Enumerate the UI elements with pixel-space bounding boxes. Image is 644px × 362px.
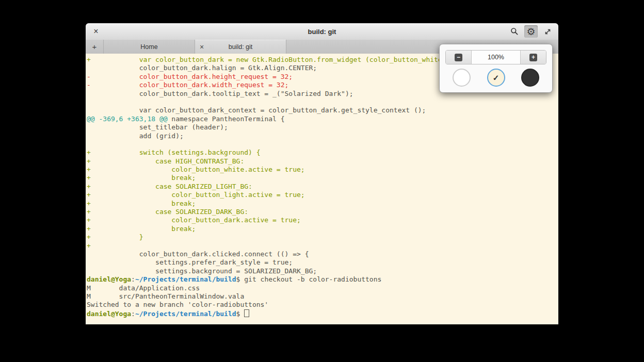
zoom-out-button[interactable]: − [446,51,471,64]
terminal-text: settings.prefer_dark_style = true; [87,258,293,266]
terminal-text: M data/Application.css [87,284,200,292]
zoom-out-icon: − [455,54,462,61]
fullscreen-icon [544,28,552,36]
tab-label: build: git [229,43,253,51]
terminal-text: + color_button_light.active = true; [87,191,305,199]
terminal-text: namespace PantheonTerminal { [168,115,285,123]
terminal-line: + } [87,233,558,241]
tab-build-git[interactable]: × build: git [195,40,286,54]
desktop-background: { "window": { "title": "build: git", "cl… [0,0,644,362]
terminal-line: var color_button_dark_context = color_bu… [87,106,558,114]
zoom-in-button[interactable]: + [521,51,546,64]
terminal-text: set_titlebar (header); [87,123,228,131]
terminal-line: + case SOLARIZED_LIGHT_BG: [87,183,558,191]
terminal-line: color_button_dark.clicked.connect (() =>… [87,250,558,258]
terminal-text: + case SOLARIZED_LIGHT_BG: [87,183,252,190]
terminal-text: + break; [87,225,196,233]
terminal-text: @@ -369,6 +363,18 @@ [87,115,168,123]
terminal-output[interactable]: + var color_button_dark = new Gtk.RadioB… [86,54,558,324]
terminal-line: + switch (settings.background) { [87,149,558,157]
terminal-text: M src/PantheonTerminalWindow.vala [87,292,244,300]
terminal-line: + break; [87,200,558,208]
tab-close-button[interactable]: × [200,43,204,51]
terminal-line: + color_button_dark.active = true; [87,216,558,224]
terminal-line: + [87,242,558,250]
titlebar[interactable]: × build: git ⚙ [86,23,558,40]
settings-popover: − 100% + ✓ [439,44,553,93]
terminal-text: color_button_dark.halign = Gtk.Align.CEN… [87,64,317,72]
terminal-line: @@ -369,6 +363,18 @@ namespace PantheonT… [87,115,558,123]
terminal-cursor [244,309,249,317]
terminal-line: M data/Application.css [87,284,558,292]
terminal-text: + break; [87,174,196,182]
terminal-line [87,140,558,149]
terminal-text: + color_button_dark.active = true; [87,216,301,224]
search-icon [510,27,519,36]
close-icon: × [200,43,204,51]
terminal-text: $ [236,310,245,318]
terminal-line: + color_button_light.active = true; [87,191,558,199]
terminal-text: + case HIGH_CONTRAST_BG: [87,157,244,165]
terminal-text: + } [87,233,143,241]
terminal-text: ~/Projects/terminal/build [135,310,236,318]
terminal-line: settings.background = SOLARIZED_DARK_BG; [87,267,558,275]
terminal-line: + color_button_white.active = true; [87,166,558,174]
terminal-text: color_button_dark.clicked.connect (() =>… [87,250,309,258]
terminal-text: + case SOLARIZED_DARK_BG: [87,208,248,216]
terminal-line: + case HIGH_CONTRAST_BG: [87,157,558,166]
titlebar-actions: ⚙ [508,23,554,40]
terminal-text: var color_button_dark_context = color_bu… [87,106,426,114]
theme-solarized-light-button[interactable]: ✓ [487,69,505,87]
terminal-text: $ git checkout -b color-radiobuttons [236,275,382,283]
terminal-line [87,98,558,106]
terminal-text: : [131,310,135,318]
close-icon: × [93,27,98,36]
theme-selector: ✓ [440,69,552,87]
terminal-line: + case SOLARIZED_DARK_BG: [87,208,558,216]
terminal-line: Switched to a new branch 'color-radiobut… [87,301,558,309]
terminal-line: add (grid); [87,132,558,140]
terminal-text: color_button_dark.tooltip_text = _("Sola… [87,90,353,97]
terminal-text: + var color_button_dark = new Gtk.RadioB… [87,56,450,63]
terminal-text: add (grid); [87,132,184,140]
fullscreen-button[interactable] [541,25,554,38]
tab-label: Home [140,43,157,51]
tab-home[interactable]: Home [104,40,195,54]
terminal-text: ~/Projects/terminal/build [135,275,236,283]
terminal-line: daniel@Yoga:~/Projects/terminal/build$ [87,309,558,318]
terminal-line: daniel@Yoga:~/Projects/terminal/build$ g… [87,275,558,284]
window-title: build: git [86,23,558,40]
zoom-control: − 100% + [445,50,546,64]
terminal-text: + [87,242,91,250]
zoom-level: 100% [471,51,521,64]
terminal-text: + break; [87,200,196,207]
terminal-text: - color_button_dark.height_request = 32; [87,73,293,80]
zoom-in-icon: + [529,54,537,61]
terminal-text: + color_button_white.active = true; [87,166,305,173]
terminal-text: daniel@Yoga [87,275,131,283]
terminal-text: - color_button_dark.width_request = 32; [87,81,288,89]
terminal-text: Switched to a new branch 'color-radiobut… [87,301,268,308]
new-tab-button[interactable]: + [86,40,104,54]
terminal-text: daniel@Yoga [87,310,131,318]
check-icon: ✓ [493,73,500,83]
window-close-button[interactable]: × [91,26,101,37]
terminal-line: M src/PantheonTerminalWindow.vala [87,292,558,301]
terminal-text: settings.background = SOLARIZED_DARK_BG; [87,267,317,275]
settings-button[interactable]: ⚙ [524,25,538,38]
terminal-line: + break; [87,225,558,233]
plus-icon: + [92,42,97,51]
terminal-line: + break; [87,174,558,182]
terminal-line: set_titlebar (header); [87,123,558,131]
search-button[interactable] [508,25,521,38]
theme-high-contrast-button[interactable] [453,69,471,87]
gear-icon: ⚙ [526,27,535,37]
terminal-text: : [131,275,135,283]
theme-solarized-dark-button[interactable] [521,69,539,87]
terminal-text: + switch (settings.background) { [87,149,261,156]
terminal-line: settings.prefer_dark_style = true; [87,258,558,267]
